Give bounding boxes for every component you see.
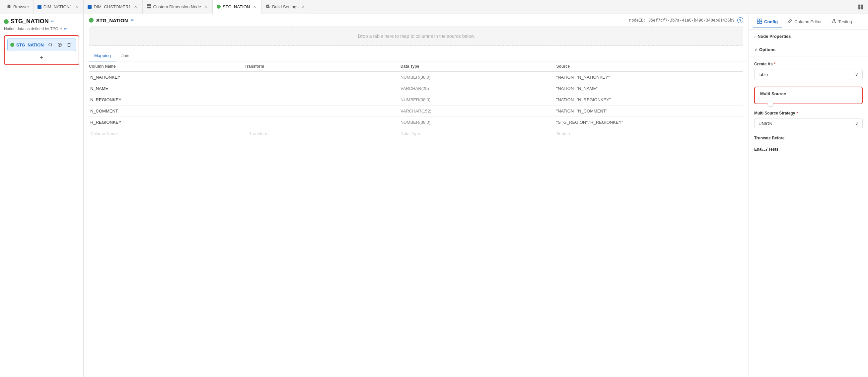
- options-header[interactable]: ∨ Options: [749, 43, 868, 56]
- subtab-mapping-label: Mapping: [94, 53, 111, 58]
- truncate-before-label: Truncate Before: [754, 136, 863, 140]
- table-row[interactable]: N_REGIONKEY NUMBER(38,0) "NATION"."N_REG…: [89, 94, 743, 105]
- tab-stg-nation-label: STG_NATION: [223, 4, 250, 9]
- table-row[interactable]: N_NAME VARCHAR(25) "NATION"."N_NAME": [89, 83, 743, 94]
- edit-node-header-icon[interactable]: ✏: [131, 18, 134, 23]
- close-custom-dim[interactable]: ✕: [203, 4, 208, 10]
- svg-rect-6: [858, 7, 860, 9]
- source-actions: [46, 41, 73, 49]
- chevron-down-icon: ∨: [754, 48, 757, 52]
- row5-source: "STG_REGION"."R_REGIONKEY": [556, 120, 743, 125]
- gear-icon-build: [266, 4, 270, 10]
- svg-line-9: [52, 46, 53, 47]
- toggle-thumb-truncate: [762, 144, 768, 150]
- data-table: Column Name Transform Data Type Source N…: [84, 61, 749, 377]
- delete-source-btn[interactable]: [65, 41, 73, 49]
- drop-zone-text: Drop a table here to map to columns in t…: [358, 33, 474, 39]
- node-properties-section: › Node Properties: [749, 30, 868, 43]
- right-tab-config-label: Config: [764, 19, 778, 24]
- multi-source-strategy-select[interactable]: UNION ∨: [754, 118, 863, 129]
- svg-marker-11: [59, 44, 61, 45]
- subtab-join[interactable]: Join: [116, 51, 135, 61]
- enable-tests-label: Enable Tests: [754, 147, 863, 152]
- source-item-stg-nation[interactable]: STG_NATION: [7, 38, 76, 51]
- node-id-text: nodeID: 85ef7df7-3b7a-41a0-b496-340eb614…: [629, 18, 735, 23]
- svg-rect-14: [760, 19, 762, 21]
- close-dim-nation1[interactable]: ✕: [74, 4, 79, 10]
- svg-rect-5: [861, 4, 863, 6]
- add-source-btn[interactable]: +: [38, 54, 46, 62]
- svg-rect-13: [757, 19, 759, 21]
- row2-source: "NATION"."N_NAME": [556, 86, 743, 91]
- placeholder-source: Source: [556, 131, 743, 136]
- subtab-mapping[interactable]: Mapping: [89, 51, 116, 61]
- table-row[interactable]: R_REGIONKEY NUMBER(38,0) "STG_REGION"."R…: [89, 117, 743, 128]
- close-stg-nation[interactable]: ✕: [252, 4, 257, 9]
- table-icon-dim-nation1: [37, 5, 41, 9]
- multi-source-strategy-required-star: *: [796, 111, 798, 116]
- multi-source-strategy-chevron-icon: ∨: [855, 121, 858, 126]
- options-section: ∨ Options Create As * table ∨: [749, 43, 868, 164]
- play-source-btn[interactable]: [56, 41, 64, 49]
- right-tab-config[interactable]: Config: [753, 16, 782, 28]
- multi-source-strategy-label: Multi Source Strategy *: [754, 111, 863, 116]
- svg-rect-3: [149, 7, 151, 8]
- tab-dim-nation1-label: DIM_NATION1: [43, 4, 72, 9]
- edit-desc-icon[interactable]: ✏: [64, 26, 67, 31]
- sub-tabs: Mapping Join: [84, 51, 749, 61]
- tab-build-settings-label: Build Settings: [272, 4, 299, 9]
- row2-name: N_NAME: [89, 86, 245, 91]
- tab-build-settings[interactable]: Build Settings ✕: [261, 0, 310, 14]
- node-properties-header[interactable]: › Node Properties: [749, 30, 868, 43]
- tab-stg-nation[interactable]: STG_NATION ✕: [213, 0, 261, 14]
- svg-rect-15: [757, 22, 759, 24]
- toggle-thumb-multi-source: [768, 100, 773, 106]
- edit-node-title-icon[interactable]: ✏: [51, 19, 54, 24]
- column-editor-icon: [787, 19, 792, 25]
- flask-icon: [831, 19, 836, 25]
- row4-source: "NATION"."N_COMMENT": [556, 108, 743, 114]
- multi-source-label: Multi Source: [760, 91, 857, 96]
- svg-point-8: [49, 43, 52, 46]
- row4-datatype: VARCHAR(152): [401, 108, 556, 114]
- source-box: STG_NATION +: [4, 35, 79, 65]
- multi-source-strategy-value: UNION: [758, 121, 772, 126]
- config-body: Create As * table ∨ Multi Source: [749, 56, 868, 164]
- node-header-left: STG_NATION ✏: [89, 18, 134, 23]
- green-dot-title: [4, 19, 9, 24]
- row3-datatype: NUMBER(38,0): [401, 97, 556, 102]
- right-tab-testing-label: Testing: [838, 19, 852, 24]
- table-placeholder-row: Column Name Transform Data Type Source: [89, 128, 743, 139]
- row1-name: N_NATIONKEY: [89, 75, 245, 80]
- center-panel: STG_NATION ✏ nodeID: 85ef7df7-3b7a-41a0-…: [84, 14, 749, 377]
- search-source-btn[interactable]: [46, 41, 54, 49]
- table-row[interactable]: N_NATIONKEY NUMBER(38,0) "NATION"."N_NAT…: [89, 72, 743, 83]
- tab-browser-label: Browser: [13, 4, 29, 9]
- table-header: Column Name Transform Data Type Source: [89, 61, 743, 72]
- create-as-value: table: [758, 72, 768, 77]
- info-icon[interactable]: ?: [737, 17, 743, 23]
- add-source-row: +: [7, 54, 76, 62]
- right-tab-column-editor[interactable]: Column Editor: [783, 16, 826, 28]
- svg-rect-0: [147, 4, 148, 6]
- green-dot-source: [10, 43, 14, 47]
- right-tab-testing[interactable]: Testing: [827, 16, 856, 28]
- create-as-select[interactable]: table ∨: [754, 69, 863, 80]
- node-properties-label: Node Properties: [757, 34, 791, 39]
- corner-icon[interactable]: [856, 2, 865, 11]
- tab-dim-nation1[interactable]: DIM_NATION1 ✕: [33, 0, 84, 14]
- close-build-settings[interactable]: ✕: [301, 4, 306, 10]
- node-title-row: STG_NATION ✏: [4, 18, 79, 25]
- tab-browser[interactable]: Browser: [3, 0, 33, 14]
- svg-rect-2: [147, 7, 148, 8]
- svg-rect-12: [68, 44, 70, 46]
- header-col-datatype: Data Type: [401, 64, 556, 69]
- drop-zone[interactable]: Drop a table here to map to columns in t…: [89, 27, 743, 46]
- tab-custom-dim[interactable]: Custom Dimension Node ✕: [143, 0, 213, 14]
- tab-custom-dim-label: Custom Dimension Node: [153, 4, 202, 9]
- right-panel: Config Column Editor Testing › Node Prop…: [749, 14, 868, 377]
- row5-datatype: NUMBER(38,0): [401, 120, 556, 125]
- table-row[interactable]: N_COMMENT VARCHAR(152) "NATION"."N_COMME…: [89, 105, 743, 117]
- close-dim-customer1[interactable]: ✕: [133, 4, 138, 10]
- tab-dim-customer1[interactable]: DIM_CUSTOMER1 ✕: [84, 0, 142, 14]
